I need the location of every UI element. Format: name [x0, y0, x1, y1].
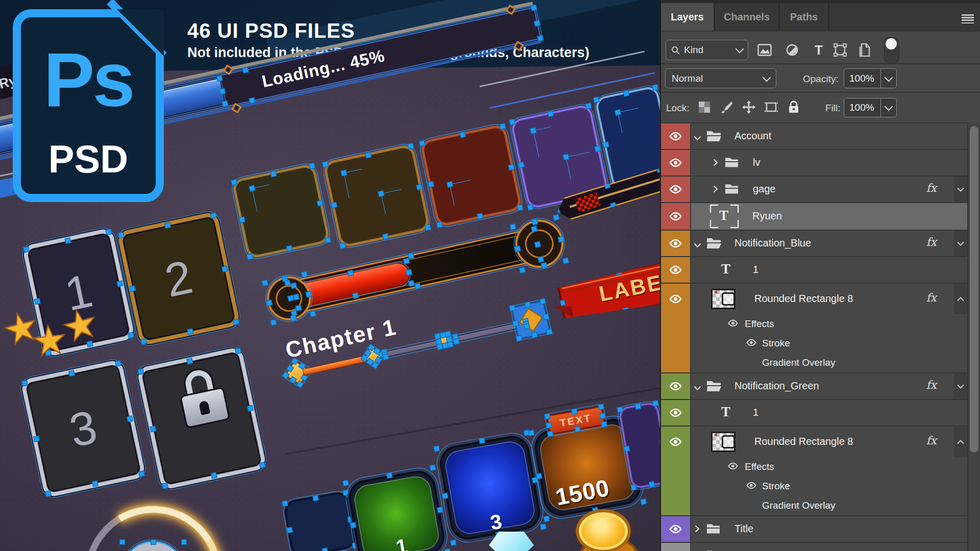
selection-handle[interactable]	[305, 291, 312, 297]
selection-handle[interactable]	[514, 245, 521, 252]
selection-handle[interactable]	[137, 368, 144, 375]
selection-handle[interactable]	[537, 256, 544, 263]
selection-handle[interactable]	[599, 413, 606, 419]
effect-row-Gradient-Overlay[interactable]: Gradient Overlay	[661, 353, 967, 372]
selection-handle[interactable]	[518, 162, 525, 168]
selection-handle[interactable]	[216, 75, 223, 82]
selection-handle[interactable]	[459, 132, 466, 138]
selection-handle[interactable]	[140, 338, 147, 345]
layer-row-Rounded-Rectangle-8[interactable]: Rounded Rectangle 8fx	[661, 284, 967, 314]
visibility-eye-cell[interactable]	[661, 203, 691, 230]
selection-handle[interactable]	[562, 319, 569, 325]
effect-eye-icon[interactable]	[727, 319, 739, 329]
selection-handle[interactable]	[547, 431, 554, 437]
selection-handle[interactable]	[350, 522, 357, 529]
selection-handle[interactable]	[534, 241, 541, 248]
selection-handle[interactable]	[516, 335, 522, 342]
selection-handle[interactable]	[290, 315, 297, 321]
visibility-eye-cell[interactable]	[661, 177, 691, 202]
selection-handle[interactable]	[527, 204, 533, 211]
selection-handle[interactable]	[509, 223, 516, 230]
selection-handle[interactable]	[531, 332, 537, 338]
selection-handle[interactable]	[479, 437, 485, 444]
selection-handle[interactable]	[444, 548, 451, 551]
selection-handle[interactable]	[523, 323, 530, 330]
selection-handle[interactable]	[540, 298, 546, 305]
selection-handle[interactable]	[151, 539, 156, 545]
selection-handle[interactable]	[247, 254, 253, 260]
selection-handle[interactable]	[64, 237, 71, 244]
fx-collapse-chevron[interactable]	[954, 284, 967, 314]
selection-handle[interactable]	[162, 483, 168, 489]
selection-handle[interactable]	[259, 462, 266, 468]
selection-handle[interactable]	[447, 341, 454, 348]
selection-handle[interactable]	[425, 224, 431, 231]
selection-handle[interactable]	[365, 152, 372, 159]
selection-handle[interactable]	[68, 370, 75, 377]
selection-handle[interactable]	[598, 404, 604, 410]
layer-row-Notification_Blue[interactable]: Notification_Bluefx	[661, 231, 967, 256]
selection-handle[interactable]	[509, 119, 516, 126]
selection-handle[interactable]	[186, 358, 193, 364]
selection-handle[interactable]	[382, 354, 389, 360]
selection-handle[interactable]	[536, 473, 543, 480]
visibility-eye-cell[interactable]	[661, 257, 691, 283]
selection-handle[interactable]	[293, 294, 300, 300]
selection-handle[interactable]	[270, 319, 277, 325]
type-layer-thumbnail[interactable]: T	[710, 205, 739, 228]
selection-handle[interactable]	[242, 67, 249, 73]
selection-handle[interactable]	[574, 426, 581, 433]
selection-handle[interactable]	[231, 179, 237, 186]
shape-layer-thumbnail[interactable]	[711, 289, 736, 309]
selection-handle[interactable]	[282, 276, 288, 282]
selection-handle[interactable]	[585, 103, 592, 109]
layer-row-lv[interactable]: lv	[661, 150, 967, 176]
selection-handle[interactable]	[34, 298, 41, 305]
selection-handle[interactable]	[623, 90, 629, 97]
selection-handle[interactable]	[322, 161, 329, 168]
effect-row-Stroke[interactable]: Stroke	[661, 477, 967, 496]
visibility-eye-cell[interactable]	[661, 400, 691, 425]
chevron-right-icon[interactable]	[713, 159, 718, 168]
layer-row-Title[interactable]: Title	[661, 516, 967, 542]
selection-handle[interactable]	[382, 233, 389, 240]
selection-handle[interactable]	[222, 266, 228, 272]
selection-handle[interactable]	[219, 88, 226, 94]
selection-handle[interactable]	[641, 498, 647, 505]
fx-collapse-chevron[interactable]	[954, 373, 967, 399]
selection-handle[interactable]	[282, 500, 288, 507]
selection-handle[interactable]	[512, 320, 519, 327]
selection-handle[interactable]	[127, 416, 133, 422]
selection-handle[interactable]	[164, 222, 171, 229]
selection-handle[interactable]	[408, 280, 414, 287]
selection-handle[interactable]	[339, 242, 346, 249]
effect-eye-icon[interactable]	[746, 339, 757, 348]
effect-eye-icon[interactable]	[727, 462, 739, 472]
selection-handle[interactable]	[544, 413, 551, 420]
selection-handle[interactable]	[419, 140, 426, 146]
selection-handle[interactable]	[433, 445, 440, 452]
selection-handle[interactable]	[559, 300, 566, 307]
selection-handle[interactable]	[266, 299, 273, 306]
selection-handle[interactable]	[270, 171, 277, 178]
selection-handle[interactable]	[601, 421, 607, 428]
selection-handle[interactable]	[517, 204, 523, 211]
selection-handle[interactable]	[150, 425, 156, 432]
selection-handle[interactable]	[290, 282, 297, 289]
selection-handle[interactable]	[635, 403, 642, 410]
visibility-eye-cell[interactable]	[661, 516, 691, 542]
selection-handle[interactable]	[429, 464, 436, 471]
effect-row-Effects[interactable]: Effects	[661, 314, 967, 334]
layer-row-PageNavi[interactable]: PageNavi	[661, 543, 967, 551]
selection-handle[interactable]	[528, 430, 535, 436]
selection-handle[interactable]	[546, 329, 553, 335]
selection-handle[interactable]	[406, 269, 412, 276]
selection-handle[interactable]	[617, 406, 623, 413]
selection-handle[interactable]	[453, 338, 460, 345]
selection-handle[interactable]	[414, 283, 421, 290]
selection-handle[interactable]	[416, 184, 423, 190]
selection-handle[interactable]	[649, 481, 655, 488]
selection-handle[interactable]	[442, 493, 449, 499]
selection-handle[interactable]	[428, 181, 434, 188]
selection-handle[interactable]	[499, 123, 506, 130]
